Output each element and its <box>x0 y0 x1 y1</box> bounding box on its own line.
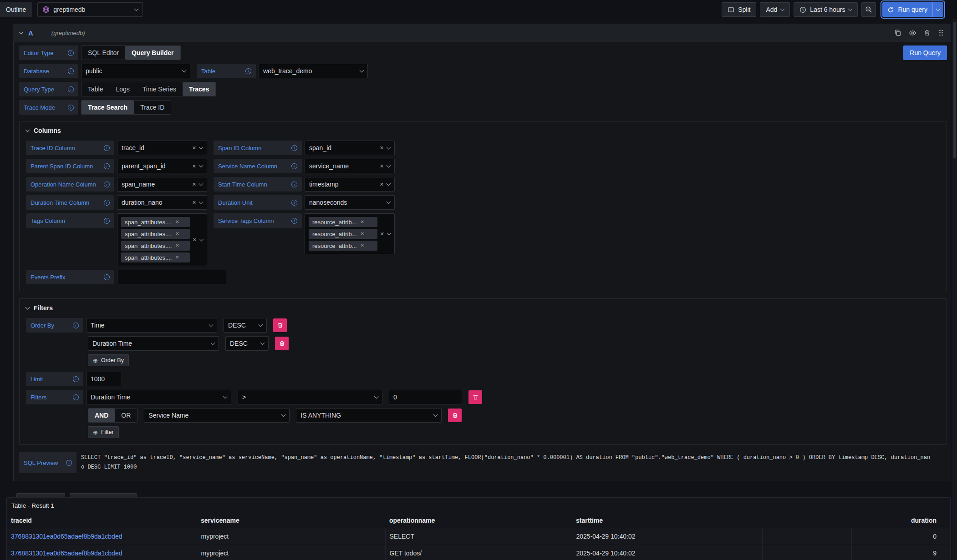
info-icon[interactable] <box>291 145 297 151</box>
drag-handle-icon[interactable] <box>938 29 944 36</box>
query-type-logs[interactable]: Logs <box>109 82 136 96</box>
events-prefix-input[interactable] <box>117 270 226 284</box>
info-icon[interactable] <box>68 86 74 92</box>
clear-icon[interactable] <box>380 146 384 151</box>
editor-run-query-button[interactable]: Run Query <box>903 45 947 60</box>
remove-chip-icon[interactable] <box>175 220 179 224</box>
filter-logic-and[interactable]: AND <box>88 409 115 422</box>
order-by-direction-select-2[interactable]: DESC <box>225 336 269 351</box>
remove-chip-icon[interactable] <box>175 255 179 260</box>
trace-id-link[interactable]: 3768831301ea0d65adaef8b9da1cbded <box>11 533 122 540</box>
remove-filter-button-2[interactable] <box>448 409 462 422</box>
query-type-traces[interactable]: Traces <box>183 82 215 96</box>
filter-field-select-2[interactable]: Service Name <box>144 408 290 423</box>
info-icon[interactable] <box>73 323 79 328</box>
remove-chip-icon[interactable] <box>175 232 179 236</box>
editor-type-sql-editor[interactable]: SQL Editor <box>81 46 125 60</box>
filter-operator-select[interactable]: > <box>238 390 382 404</box>
column-header-duration[interactable]: duration <box>851 513 950 528</box>
query-type-table[interactable]: Table <box>81 82 109 96</box>
tag-chip[interactable]: span_attributes.... <box>121 241 190 251</box>
service-name-column-select[interactable]: service_name <box>305 159 395 173</box>
duration-time-column-select[interactable]: duration_nano <box>117 195 207 210</box>
column-header-servicename[interactable]: servicename <box>197 513 385 528</box>
datasource-picker[interactable]: greptimedb <box>37 2 143 17</box>
trace-mode-trace-search[interactable]: Trace Search <box>81 101 134 114</box>
duplicate-query-icon[interactable] <box>894 29 901 36</box>
zoom-out-button[interactable] <box>861 2 876 17</box>
info-icon[interactable] <box>291 163 297 169</box>
span-id-column-select[interactable]: span_id <box>305 141 395 155</box>
limit-input[interactable] <box>86 372 122 386</box>
query-row-header[interactable]: A (greptimedb) <box>13 24 951 42</box>
filters-section-header[interactable]: Filters <box>26 304 940 312</box>
remove-filter-button[interactable] <box>468 390 482 404</box>
filter-field-select[interactable]: Duration Time <box>86 390 231 404</box>
split-button[interactable]: Split <box>722 2 756 17</box>
remove-chip-icon[interactable] <box>361 243 364 248</box>
outline-button[interactable]: Outline <box>0 2 32 17</box>
info-icon[interactable] <box>66 460 72 466</box>
filter-value-input[interactable] <box>389 390 462 404</box>
clear-icon[interactable] <box>380 182 384 187</box>
info-icon[interactable] <box>104 218 110 224</box>
info-icon[interactable] <box>73 394 79 400</box>
clear-icon[interactable] <box>192 146 196 151</box>
tag-chip[interactable]: span_attributes.... <box>121 229 190 239</box>
page-scrollbar[interactable] <box>952 19 957 560</box>
info-icon[interactable] <box>73 376 79 382</box>
info-icon[interactable] <box>104 182 110 187</box>
clear-icon[interactable] <box>192 182 196 187</box>
run-query-dropdown-toggle[interactable] <box>932 2 943 17</box>
clear-icon[interactable] <box>192 200 196 205</box>
tags-column-multiselect[interactable]: span_attributes.... span_attributes.... … <box>117 213 207 266</box>
info-icon[interactable] <box>104 145 110 151</box>
order-by-direction-select[interactable]: DESC <box>224 318 267 333</box>
add-filter-button[interactable]: Filter <box>88 426 119 438</box>
query-type-time-series[interactable]: Time Series <box>136 82 183 96</box>
clear-icon[interactable] <box>192 164 196 169</box>
info-icon[interactable] <box>104 200 110 206</box>
remove-chip-icon[interactable] <box>361 220 364 224</box>
order-by-field-select-2[interactable]: Duration Time <box>88 336 219 351</box>
info-icon[interactable] <box>104 163 110 169</box>
scrollbar-thumb[interactable] <box>953 22 956 158</box>
trace-mode-trace-id[interactable]: Trace ID <box>134 101 171 114</box>
operation-name-column-select[interactable]: span_name <box>117 177 207 192</box>
column-header-traceid[interactable]: traceid <box>7 513 197 528</box>
remove-order-by-button-2[interactable] <box>275 337 289 350</box>
remove-order-by-button[interactable] <box>273 318 287 332</box>
info-icon[interactable] <box>291 218 297 224</box>
time-range-picker[interactable]: Last 6 hours <box>794 2 858 17</box>
service-tag-chip[interactable]: resource_attrib... <box>309 229 377 239</box>
database-select[interactable]: public <box>81 64 190 78</box>
trace-id-link[interactable]: 3768831301ea0d65adaef8b9da1cbded <box>11 550 122 557</box>
editor-type-query-builder[interactable]: Query Builder <box>125 46 180 60</box>
info-icon[interactable] <box>291 182 297 187</box>
add-button[interactable]: Add <box>760 2 790 17</box>
info-icon[interactable] <box>291 200 297 206</box>
order-by-field-select[interactable]: Time <box>86 318 217 333</box>
clear-all-icon[interactable] <box>193 237 197 242</box>
remove-chip-icon[interactable] <box>361 232 364 236</box>
info-icon[interactable] <box>245 68 251 74</box>
run-query-button[interactable]: Run query <box>882 2 932 17</box>
hide-query-eye-icon[interactable] <box>909 29 916 37</box>
clear-icon[interactable] <box>380 164 384 169</box>
result-panel-title[interactable]: Table - Result 1 <box>7 498 950 513</box>
service-tag-chip[interactable]: resource_attrib... <box>309 241 377 251</box>
table-select[interactable]: web_trace_demo <box>259 64 368 78</box>
info-icon[interactable] <box>68 105 74 111</box>
info-icon[interactable] <box>68 68 74 74</box>
service-tag-chip[interactable]: resource_attrib... <box>309 217 377 227</box>
duration-unit-select[interactable]: nanoseconds <box>305 195 395 210</box>
parent-span-id-column-select[interactable]: parent_span_id <box>117 159 207 173</box>
delete-query-trash-icon[interactable] <box>924 29 931 36</box>
info-icon[interactable] <box>68 50 74 56</box>
column-header-operationname[interactable]: operationname <box>385 513 572 528</box>
tag-chip[interactable]: span_attributes.... <box>121 252 190 262</box>
start-time-column-select[interactable]: timestamp <box>305 177 395 192</box>
column-header-starttime[interactable]: starttime <box>572 513 762 528</box>
filter-operator-select-2[interactable]: IS ANYTHING <box>296 408 442 423</box>
tag-chip[interactable]: span_attributes.... <box>121 217 190 227</box>
